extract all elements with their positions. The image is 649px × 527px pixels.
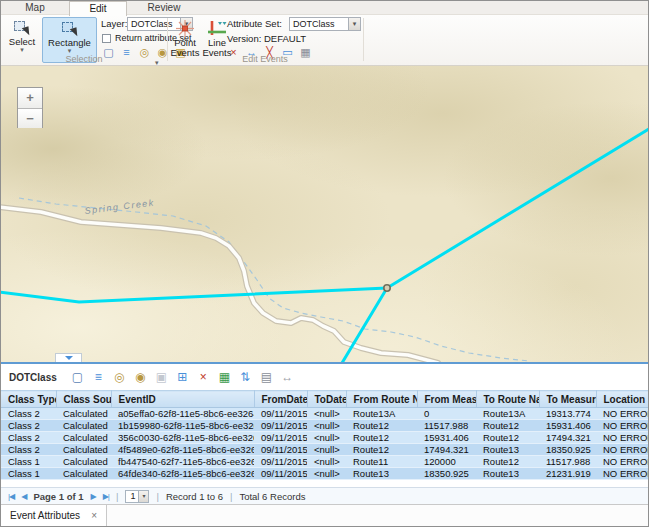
page-label: Page 1 of 1 — [33, 491, 83, 502]
column-header[interactable]: Location Error — [596, 391, 649, 408]
table-row[interactable]: Class 1Calculatedfb447540-62f7-11e5-8bc6… — [1, 456, 649, 468]
tab-map[interactable]: Map — [7, 1, 63, 15]
map-canvas[interactable]: Spring Creek + − — [1, 66, 649, 362]
panel-tab-bar: Event Attributes × — [1, 504, 648, 526]
ribbon-tab-bar: Map Edit Review — [1, 1, 648, 15]
selection-group-label: Selection — [1, 54, 167, 64]
table-row[interactable]: Class 2Calculated356c0030-62f8-11e5-8bc6… — [1, 432, 649, 444]
column-header[interactable]: EventID — [111, 391, 254, 408]
panel-collapse-button[interactable] — [55, 353, 82, 362]
page-dropdown-caret-icon[interactable]: ▾ — [138, 491, 148, 502]
attribute-set-caret-icon[interactable]: ▾ — [348, 18, 360, 30]
table-row[interactable]: Class 2Calculated4f5489e0-62f8-11e5-8bc6… — [1, 444, 649, 456]
event-attributes-table: Class TypeClass SourceEventIDFromDateToD… — [1, 390, 649, 480]
road-casing — [1, 207, 438, 362]
next-page-button[interactable]: ▶ — [91, 492, 96, 501]
route-event-line-northeast — [387, 127, 649, 288]
version-label: Version: DEFAULT — [227, 33, 306, 44]
return-attribute-set-checkbox[interactable] — [102, 34, 111, 43]
table-row[interactable]: Class 1Calculated64fde340-62f8-11e5-8bc6… — [1, 468, 649, 480]
column-header[interactable]: From Measure — [417, 391, 476, 408]
add-records-icon[interactable]: ▦ — [217, 371, 232, 384]
column-header[interactable]: To Measure — [539, 391, 596, 408]
road-line — [1, 207, 438, 362]
route-junction-vertex — [384, 285, 390, 291]
tab-event-attributes[interactable]: Event Attributes × — [1, 505, 107, 527]
tab-review[interactable]: Review — [133, 1, 195, 15]
sort-records-icon[interactable]: ⇅ — [238, 371, 253, 384]
previous-page-button[interactable]: ◀ — [21, 492, 26, 501]
map-zoom-control: + − — [17, 87, 43, 128]
line-events-icon — [207, 20, 227, 37]
attribute-window-icon[interactable]: ⊞ — [175, 371, 190, 384]
select-cursor-icon — [13, 20, 31, 35]
panel-toolbar: DOTClass ▢≡◎◉▣⊞×▦⇅▤↔ — [1, 364, 648, 390]
pan-to-selected-icon[interactable]: ◉ — [133, 371, 148, 384]
first-page-button[interactable]: |◀ — [8, 492, 14, 501]
column-header[interactable]: To Route Name — [476, 391, 539, 408]
layer-label: Layer: — [101, 18, 127, 29]
save-edits-icon[interactable]: ▣ — [154, 371, 169, 384]
edit-events-group-label: Edit Events — [167, 54, 363, 64]
view-report-icon[interactable]: ▤ — [259, 371, 274, 384]
column-header[interactable]: ToDate — [307, 391, 346, 408]
select-records-icon[interactable]: ▢ — [70, 371, 85, 384]
close-tab-icon[interactable]: × — [91, 505, 97, 526]
delete-selected-icon[interactable]: × — [196, 371, 211, 384]
record-range-label: Record 1 to 6 — [166, 491, 223, 502]
column-header[interactable]: From Route Name — [346, 391, 417, 408]
table-body: Class 2Calculateda05effa0-62f8-11e5-8bc6… — [1, 408, 649, 480]
zoom-out-button[interactable]: − — [18, 108, 42, 128]
panel-toolbar-icons: ▢≡◎◉▣⊞×▦⇅▤↔ — [70, 371, 295, 384]
pagination-bar: |◀ ◀ Page 1 of 1 ▶ ▶| | 1 ▾ | Record 1 t… — [1, 487, 648, 504]
attribute-set-label: Attribute Set: — [227, 18, 282, 29]
panel-title: DOTClass — [9, 372, 57, 383]
point-events-icon — [175, 20, 195, 37]
table-row[interactable]: Class 2Calculated1b159980-62f8-11e5-8bc6… — [1, 420, 649, 432]
show-selected-records-icon[interactable]: ≡ — [91, 371, 106, 384]
total-records-label: Total 6 Records — [239, 491, 305, 502]
column-header[interactable]: Class Type — [1, 391, 56, 408]
route-event-line-west — [1, 288, 387, 302]
attribute-set-dropdown[interactable]: DOTClass ▾ — [289, 17, 361, 31]
zoom-to-selected-icon[interactable]: ◎ — [112, 371, 127, 384]
ribbon: Select ▾ Rectangle ▾ Layer: DOTClass ▾ R… — [1, 15, 648, 66]
page-number-dropdown[interactable]: 1 ▾ — [125, 490, 149, 503]
rectangle-select-icon — [61, 21, 79, 36]
event-attributes-panel: DOTClass ▢≡◎◉▣⊞×▦⇅▤↔ Class TypeClass Sou… — [1, 362, 648, 526]
column-header[interactable]: FromDate — [254, 391, 307, 408]
zoom-in-button[interactable]: + — [18, 88, 42, 108]
column-header[interactable]: Class Source — [56, 391, 111, 408]
event-editor-window: Map Edit Review Select ▾ Rectangle ▾ Lay… — [0, 0, 649, 527]
tab-edit[interactable]: Edit — [69, 1, 127, 16]
table-row[interactable]: Class 2Calculateda05effa0-62f8-11e5-8bc6… — [1, 408, 649, 420]
table-header-row: Class TypeClass SourceEventIDFromDateToD… — [1, 391, 649, 408]
resize-columns-icon[interactable]: ↔ — [280, 371, 295, 384]
last-page-button[interactable]: ▶| — [103, 492, 109, 501]
chevron-down-icon — [65, 356, 73, 360]
